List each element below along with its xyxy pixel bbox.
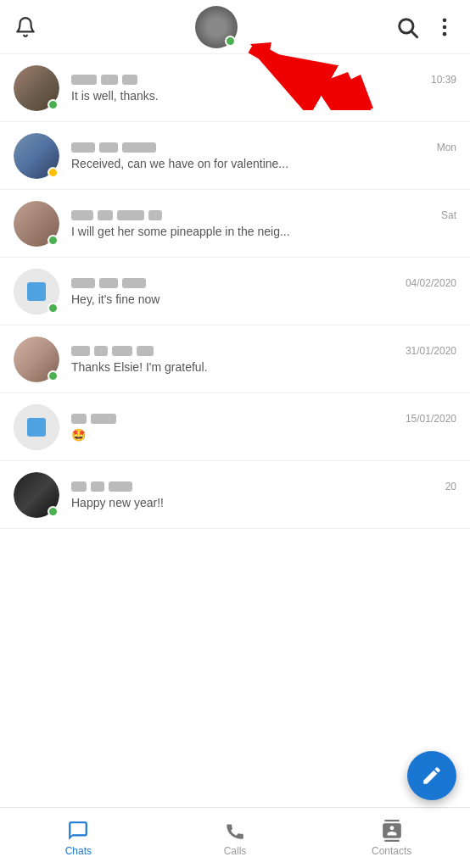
chat-avatar [14,133,59,179]
chat-name [71,481,132,492]
name-placeholder [94,346,108,356]
online-indicator [48,235,59,246]
name-placeholder [71,414,87,424]
chat-message: I will get her some pineapple in the nei… [71,225,456,238]
svg-point-4 [443,31,447,36]
chat-info: 31/01/2020 Thanks Elsie! I'm grateful. [71,345,456,374]
name-placeholder [71,142,95,153]
chat-info: 15/01/2020 🤩 [71,413,456,442]
chat-list: 10:39 It is well, thanks. Mon Received, … [0,54,470,529]
chat-list-item[interactable]: 31/01/2020 Thanks Elsie! I'm grateful. [0,326,470,393]
online-indicator [48,303,59,314]
svg-point-3 [443,25,447,29]
profile-avatar[interactable] [195,6,238,48]
online-indicator [48,99,59,110]
name-placeholder [109,481,132,492]
chat-info: Sat I will get her some pineapple in the… [71,209,456,238]
name-placeholder [122,75,137,85]
chat-name [71,346,154,356]
name-placeholder [71,346,90,356]
chat-time: 15/01/2020 [406,413,456,425]
chat-avatar [14,269,59,314]
name-placeholder [122,142,156,153]
nav-item-contacts[interactable]: Contacts [313,808,470,868]
compose-button[interactable] [407,751,456,800]
chat-list-item[interactable]: 15/01/2020 🤩 [0,393,470,461]
name-placeholder [122,278,146,288]
svg-line-1 [411,31,417,36]
chat-list-item[interactable]: 20 Happy new year!! [0,461,470,529]
name-placeholder [71,75,97,85]
nav-calls-label: Calls [224,845,247,857]
name-placeholder [112,346,132,356]
chat-avatar [14,201,59,247]
chat-name [71,414,116,424]
name-placeholder [117,210,144,220]
profile-online-indicator [225,36,236,47]
name-placeholder [101,75,118,85]
name-placeholder [98,210,113,220]
chat-list-item[interactable]: Mon Received, can we have on for valenti… [0,122,470,190]
chat-list-item[interactable]: Sat I will get her some pineapple in the… [0,190,470,258]
chat-avatar [14,337,59,382]
chat-message: Happy new year!! [71,496,456,509]
online-indicator [48,506,59,517]
bottom-navigation: Chats Calls Contacts [0,807,470,868]
chat-info: 04/02/2020 Hey, it's fine now [71,277,456,306]
chat-time: 31/01/2020 [406,345,456,357]
chat-time: 04/02/2020 [406,277,456,289]
chat-message: Thanks Elsie! I'm grateful. [71,360,456,374]
name-placeholder [137,346,154,356]
svg-point-2 [443,18,447,22]
chat-time: Sat [441,209,456,221]
name-placeholder [71,210,93,220]
chat-time: Mon [437,142,456,153]
online-indicator [48,370,59,381]
name-placeholder [71,278,95,288]
chat-avatar [14,472,59,518]
chat-info: Mon Received, can we have on for valenti… [71,142,456,170]
chat-list-item[interactable]: 04/02/2020 Hey, it's fine now [0,258,470,326]
nav-item-chats[interactable]: Chats [0,808,157,868]
name-placeholder [71,481,87,492]
chat-list-item[interactable]: 10:39 It is well, thanks. [0,54,470,122]
chat-info: 20 Happy new year!! [71,481,456,509]
chat-name [71,210,162,220]
chat-name [71,142,156,153]
name-placeholder [99,278,118,288]
chat-time: 20 [445,481,456,492]
name-placeholder [91,414,116,424]
nav-chats-label: Chats [65,845,92,857]
name-placeholder [148,210,162,220]
name-placeholder [99,142,118,153]
chat-message: Received, can we have on for valentine..… [71,157,456,170]
name-placeholder [91,481,104,492]
chat-name [71,278,146,288]
chat-info: 10:39 It is well, thanks. [71,74,456,103]
chat-avatar [14,404,59,450]
chat-message: It is well, thanks. [71,89,456,103]
header [0,0,470,54]
search-icon[interactable] [395,15,419,39]
chat-avatar [14,65,59,111]
chat-message: Hey, it's fine now [71,292,456,306]
nav-item-calls[interactable]: Calls [157,808,314,868]
bell-icon[interactable] [14,15,37,39]
chat-message: 🤩 [71,428,456,442]
online-indicator [48,167,59,178]
chat-name [71,75,137,85]
chat-time: 10:39 [431,74,456,86]
more-options-icon[interactable] [433,15,456,39]
nav-contacts-label: Contacts [372,845,411,857]
